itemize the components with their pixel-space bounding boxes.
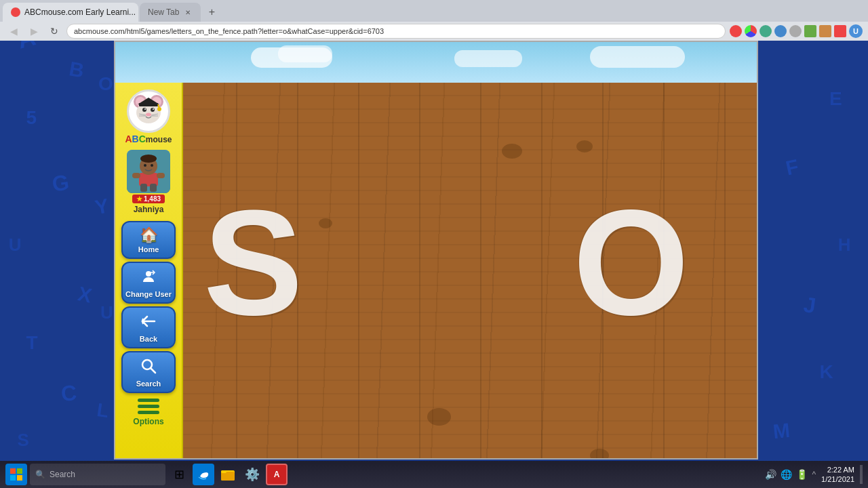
tab-newtab[interactable]: New Tab ✕	[140, 3, 201, 22]
user-character-svg	[127, 150, 170, 193]
user-area: ★ 1,483 Jahniya	[127, 150, 170, 214]
svg-rect-21	[157, 173, 165, 178]
wood-knot4	[427, 408, 451, 426]
tab-label-newtab: New Tab	[148, 7, 179, 17]
letter-o[interactable]: O	[573, 188, 689, 338]
svg-rect-35	[17, 475, 22, 481]
change-user-label: Change User	[125, 290, 172, 298]
tray-icon2: 🌐	[781, 469, 792, 480]
svg-rect-39	[221, 470, 226, 473]
toolbar-icons: U	[730, 24, 863, 38]
user-avatar[interactable]	[127, 150, 170, 193]
svg-line-31	[151, 368, 155, 373]
taskbar-search[interactable]: 🔍 Search	[30, 464, 165, 485]
svg-rect-20	[132, 173, 140, 178]
svg-point-9	[146, 113, 151, 117]
show-desktop-button[interactable]	[860, 465, 863, 484]
ext6-icon[interactable]	[834, 25, 846, 37]
taskbar-search-icon: 🔍	[35, 470, 45, 479]
home-label: Home	[138, 245, 159, 253]
forward-nav-button[interactable]: ▶	[26, 23, 42, 39]
home-button[interactable]: 🏠 Home	[121, 221, 176, 259]
taskbar-abcmouse[interactable]: A	[266, 464, 288, 485]
ext2-icon[interactable]	[774, 25, 787, 37]
browser-chrome: ABCmouse.com Early Learni... ✕ New Tab ✕…	[0, 0, 868, 41]
hamburger-line2	[138, 405, 159, 408]
cloud3	[454, 50, 522, 67]
options-button[interactable]: Options	[121, 399, 176, 426]
back-button[interactable]: Back	[121, 306, 176, 348]
points-badge: ★ 1,483	[132, 195, 165, 203]
sky-background	[115, 42, 757, 83]
clock-time: 2:22 AM	[821, 465, 854, 474]
clock-date: 1/21/2021	[821, 474, 854, 484]
back-icon	[140, 313, 157, 332]
letter-s[interactable]: S	[203, 188, 303, 338]
taskbar-edge[interactable]	[193, 464, 214, 485]
hamburger-line3	[138, 411, 159, 414]
back-label: Back	[140, 335, 157, 343]
taskbar-task-view[interactable]: ⊞	[168, 464, 190, 485]
cloud2	[278, 45, 332, 62]
change-user-icon	[140, 268, 157, 287]
abcmouse-logo: ABCmouse	[125, 134, 172, 144]
tray-icon3: 🔋	[796, 469, 808, 480]
url-bar[interactable]: abcmouse.com/html5/games/letters_on_the_…	[66, 24, 726, 39]
taskbar: 🔍 Search ⊞ ⚙️ A 🔊 🌐 🔋 ^ 2:22 AM 1/21/202…	[0, 461, 868, 488]
hamburger-line1	[138, 399, 159, 402]
address-bar-row: ◀ ▶ ↻ abcmouse.com/html5/games/letters_o…	[0, 22, 868, 41]
svg-point-23	[140, 155, 157, 163]
edge-icon	[197, 468, 210, 481]
change-user-button[interactable]: Change User	[121, 262, 176, 304]
mouse-svg	[130, 92, 167, 130]
svg-point-7	[144, 108, 146, 110]
tab-bar: ABCmouse.com Early Learni... ✕ New Tab ✕…	[0, 0, 868, 22]
ext5-icon[interactable]	[819, 25, 831, 37]
windows-logo	[10, 468, 22, 481]
svg-rect-33	[17, 468, 22, 474]
taskbar-explorer[interactable]	[217, 464, 239, 485]
tab-favicon-abcmouse	[11, 7, 20, 17]
user-name-label: Jahniya	[134, 205, 164, 214]
user-points: 1,483	[144, 195, 161, 203]
svg-rect-32	[10, 468, 16, 474]
ext4-icon[interactable]	[804, 25, 816, 37]
taskbar-right: 🔊 🌐 🔋 ^ 2:22 AM 1/21/2021	[765, 465, 863, 485]
extensions-icon[interactable]	[730, 25, 742, 37]
svg-rect-34	[10, 475, 16, 481]
system-tray: 🔊 🌐 🔋 ^	[765, 469, 816, 480]
tab-label-abcmouse: ABCmouse.com Early Learni...	[24, 7, 136, 17]
url-text: abcmouse.com/html5/games/letters_on_the_…	[74, 27, 384, 35]
taskbar-abcmouse-label: A	[274, 470, 280, 479]
account-icon[interactable]: U	[849, 24, 863, 38]
svg-point-8	[153, 108, 154, 110]
system-clock[interactable]: 2:22 AM 1/21/2021	[821, 465, 854, 485]
search-icon	[140, 358, 157, 377]
start-button[interactable]	[5, 464, 27, 485]
ext1-icon[interactable]	[760, 25, 772, 37]
show-hidden-icon[interactable]: ^	[812, 470, 816, 479]
svg-point-24	[144, 164, 146, 167]
svg-point-25	[151, 164, 153, 167]
hamburger-icon	[138, 399, 159, 414]
app-container: S O	[114, 41, 758, 460]
wood-knot2	[576, 140, 593, 152]
svg-point-6	[151, 108, 155, 112]
search-button[interactable]: Search	[121, 351, 176, 393]
tray-icon1: 🔊	[765, 469, 776, 480]
back-nav-button[interactable]: ◀	[5, 23, 22, 39]
logo-area: ABCmouse	[125, 89, 172, 144]
wood-knot3	[319, 218, 332, 228]
svg-point-17	[157, 107, 161, 111]
svg-rect-26	[140, 184, 147, 192]
tab-close-newtab[interactable]: ✕	[183, 7, 193, 17]
tab-abcmouse[interactable]: ABCmouse.com Early Learni... ✕	[3, 3, 138, 22]
taskbar-settings[interactable]: ⚙️	[241, 464, 263, 485]
ext3-icon[interactable]	[789, 25, 802, 37]
explorer-icon	[220, 467, 235, 482]
new-tab-button[interactable]: +	[202, 3, 221, 22]
refresh-nav-button[interactable]: ↻	[46, 23, 62, 39]
search-label: Search	[136, 380, 161, 388]
mouse-avatar	[127, 89, 170, 133]
chrome-icon[interactable]	[745, 25, 757, 37]
